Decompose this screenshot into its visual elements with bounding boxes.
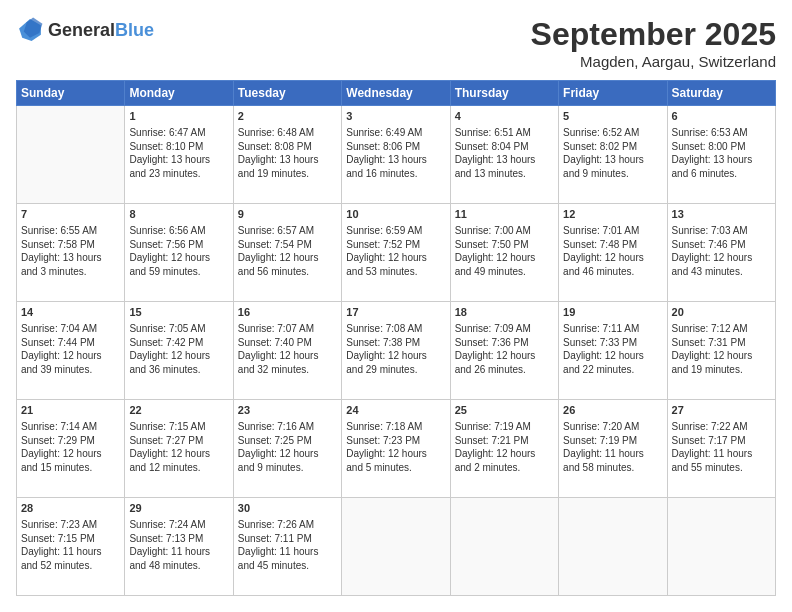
day-number: 22 xyxy=(129,403,228,418)
table-row xyxy=(342,498,450,596)
cell-info: Sunrise: 7:08 AM Sunset: 7:38 PM Dayligh… xyxy=(346,322,445,376)
cell-info: Sunrise: 7:05 AM Sunset: 7:42 PM Dayligh… xyxy=(129,322,228,376)
table-row: 20Sunrise: 7:12 AM Sunset: 7:31 PM Dayli… xyxy=(667,302,775,400)
table-row: 25Sunrise: 7:19 AM Sunset: 7:21 PM Dayli… xyxy=(450,400,558,498)
table-row: 9Sunrise: 6:57 AM Sunset: 7:54 PM Daylig… xyxy=(233,204,341,302)
day-number: 11 xyxy=(455,207,554,222)
table-row: 1Sunrise: 6:47 AM Sunset: 8:10 PM Daylig… xyxy=(125,106,233,204)
cell-info: Sunrise: 7:18 AM Sunset: 7:23 PM Dayligh… xyxy=(346,420,445,474)
calendar-table: Sunday Monday Tuesday Wednesday Thursday… xyxy=(16,80,776,596)
table-row xyxy=(17,106,125,204)
table-row: 18Sunrise: 7:09 AM Sunset: 7:36 PM Dayli… xyxy=(450,302,558,400)
calendar-week-row: 7Sunrise: 6:55 AM Sunset: 7:58 PM Daylig… xyxy=(17,204,776,302)
cell-info: Sunrise: 7:03 AM Sunset: 7:46 PM Dayligh… xyxy=(672,224,771,278)
logo-general: GeneralBlue xyxy=(48,20,154,41)
cell-info: Sunrise: 6:48 AM Sunset: 8:08 PM Dayligh… xyxy=(238,126,337,180)
cell-info: Sunrise: 7:07 AM Sunset: 7:40 PM Dayligh… xyxy=(238,322,337,376)
table-row: 24Sunrise: 7:18 AM Sunset: 7:23 PM Dayli… xyxy=(342,400,450,498)
day-number: 18 xyxy=(455,305,554,320)
month-title: September 2025 xyxy=(531,16,776,53)
location: Magden, Aargau, Switzerland xyxy=(531,53,776,70)
table-row: 4Sunrise: 6:51 AM Sunset: 8:04 PM Daylig… xyxy=(450,106,558,204)
table-row: 15Sunrise: 7:05 AM Sunset: 7:42 PM Dayli… xyxy=(125,302,233,400)
table-row: 27Sunrise: 7:22 AM Sunset: 7:17 PM Dayli… xyxy=(667,400,775,498)
day-number: 13 xyxy=(672,207,771,222)
cell-info: Sunrise: 6:51 AM Sunset: 8:04 PM Dayligh… xyxy=(455,126,554,180)
cell-info: Sunrise: 7:15 AM Sunset: 7:27 PM Dayligh… xyxy=(129,420,228,474)
cell-info: Sunrise: 7:26 AM Sunset: 7:11 PM Dayligh… xyxy=(238,518,337,572)
cell-info: Sunrise: 7:22 AM Sunset: 7:17 PM Dayligh… xyxy=(672,420,771,474)
table-row: 7Sunrise: 6:55 AM Sunset: 7:58 PM Daylig… xyxy=(17,204,125,302)
day-number: 16 xyxy=(238,305,337,320)
day-number: 25 xyxy=(455,403,554,418)
cell-info: Sunrise: 6:47 AM Sunset: 8:10 PM Dayligh… xyxy=(129,126,228,180)
table-row: 5Sunrise: 6:52 AM Sunset: 8:02 PM Daylig… xyxy=(559,106,667,204)
cell-info: Sunrise: 7:04 AM Sunset: 7:44 PM Dayligh… xyxy=(21,322,120,376)
day-number: 24 xyxy=(346,403,445,418)
table-row: 14Sunrise: 7:04 AM Sunset: 7:44 PM Dayli… xyxy=(17,302,125,400)
day-number: 26 xyxy=(563,403,662,418)
calendar-week-row: 21Sunrise: 7:14 AM Sunset: 7:29 PM Dayli… xyxy=(17,400,776,498)
weekday-header-row: Sunday Monday Tuesday Wednesday Thursday… xyxy=(17,81,776,106)
header: GeneralBlue September 2025 Magden, Aarga… xyxy=(16,16,776,70)
day-number: 17 xyxy=(346,305,445,320)
header-thursday: Thursday xyxy=(450,81,558,106)
day-number: 29 xyxy=(129,501,228,516)
cell-info: Sunrise: 7:14 AM Sunset: 7:29 PM Dayligh… xyxy=(21,420,120,474)
cell-info: Sunrise: 7:23 AM Sunset: 7:15 PM Dayligh… xyxy=(21,518,120,572)
calendar-week-row: 1Sunrise: 6:47 AM Sunset: 8:10 PM Daylig… xyxy=(17,106,776,204)
cell-info: Sunrise: 7:24 AM Sunset: 7:13 PM Dayligh… xyxy=(129,518,228,572)
day-number: 5 xyxy=(563,109,662,124)
day-number: 10 xyxy=(346,207,445,222)
table-row: 19Sunrise: 7:11 AM Sunset: 7:33 PM Dayli… xyxy=(559,302,667,400)
logo-icon xyxy=(16,16,44,44)
day-number: 15 xyxy=(129,305,228,320)
day-number: 30 xyxy=(238,501,337,516)
cell-info: Sunrise: 7:01 AM Sunset: 7:48 PM Dayligh… xyxy=(563,224,662,278)
table-row: 23Sunrise: 7:16 AM Sunset: 7:25 PM Dayli… xyxy=(233,400,341,498)
cell-info: Sunrise: 7:20 AM Sunset: 7:19 PM Dayligh… xyxy=(563,420,662,474)
day-number: 20 xyxy=(672,305,771,320)
cell-info: Sunrise: 6:56 AM Sunset: 7:56 PM Dayligh… xyxy=(129,224,228,278)
table-row: 17Sunrise: 7:08 AM Sunset: 7:38 PM Dayli… xyxy=(342,302,450,400)
logo: GeneralBlue xyxy=(16,16,154,44)
cell-info: Sunrise: 7:16 AM Sunset: 7:25 PM Dayligh… xyxy=(238,420,337,474)
cell-info: Sunrise: 6:53 AM Sunset: 8:00 PM Dayligh… xyxy=(672,126,771,180)
calendar-week-row: 28Sunrise: 7:23 AM Sunset: 7:15 PM Dayli… xyxy=(17,498,776,596)
header-sunday: Sunday xyxy=(17,81,125,106)
table-row: 6Sunrise: 6:53 AM Sunset: 8:00 PM Daylig… xyxy=(667,106,775,204)
day-number: 4 xyxy=(455,109,554,124)
cell-info: Sunrise: 6:57 AM Sunset: 7:54 PM Dayligh… xyxy=(238,224,337,278)
cell-info: Sunrise: 7:19 AM Sunset: 7:21 PM Dayligh… xyxy=(455,420,554,474)
header-tuesday: Tuesday xyxy=(233,81,341,106)
day-number: 23 xyxy=(238,403,337,418)
day-number: 28 xyxy=(21,501,120,516)
table-row: 21Sunrise: 7:14 AM Sunset: 7:29 PM Dayli… xyxy=(17,400,125,498)
day-number: 19 xyxy=(563,305,662,320)
day-number: 6 xyxy=(672,109,771,124)
cell-info: Sunrise: 6:49 AM Sunset: 8:06 PM Dayligh… xyxy=(346,126,445,180)
day-number: 27 xyxy=(672,403,771,418)
cell-info: Sunrise: 6:52 AM Sunset: 8:02 PM Dayligh… xyxy=(563,126,662,180)
day-number: 9 xyxy=(238,207,337,222)
day-number: 21 xyxy=(21,403,120,418)
cell-info: Sunrise: 7:09 AM Sunset: 7:36 PM Dayligh… xyxy=(455,322,554,376)
table-row: 13Sunrise: 7:03 AM Sunset: 7:46 PM Dayli… xyxy=(667,204,775,302)
table-row: 16Sunrise: 7:07 AM Sunset: 7:40 PM Dayli… xyxy=(233,302,341,400)
table-row: 22Sunrise: 7:15 AM Sunset: 7:27 PM Dayli… xyxy=(125,400,233,498)
table-row: 12Sunrise: 7:01 AM Sunset: 7:48 PM Dayli… xyxy=(559,204,667,302)
page: GeneralBlue September 2025 Magden, Aarga… xyxy=(0,0,792,612)
table-row: 26Sunrise: 7:20 AM Sunset: 7:19 PM Dayli… xyxy=(559,400,667,498)
header-friday: Friday xyxy=(559,81,667,106)
cell-info: Sunrise: 7:00 AM Sunset: 7:50 PM Dayligh… xyxy=(455,224,554,278)
table-row: 29Sunrise: 7:24 AM Sunset: 7:13 PM Dayli… xyxy=(125,498,233,596)
day-number: 3 xyxy=(346,109,445,124)
cell-info: Sunrise: 6:55 AM Sunset: 7:58 PM Dayligh… xyxy=(21,224,120,278)
header-wednesday: Wednesday xyxy=(342,81,450,106)
day-number: 14 xyxy=(21,305,120,320)
table-row: 11Sunrise: 7:00 AM Sunset: 7:50 PM Dayli… xyxy=(450,204,558,302)
day-number: 2 xyxy=(238,109,337,124)
cell-info: Sunrise: 6:59 AM Sunset: 7:52 PM Dayligh… xyxy=(346,224,445,278)
table-row: 30Sunrise: 7:26 AM Sunset: 7:11 PM Dayli… xyxy=(233,498,341,596)
day-number: 7 xyxy=(21,207,120,222)
